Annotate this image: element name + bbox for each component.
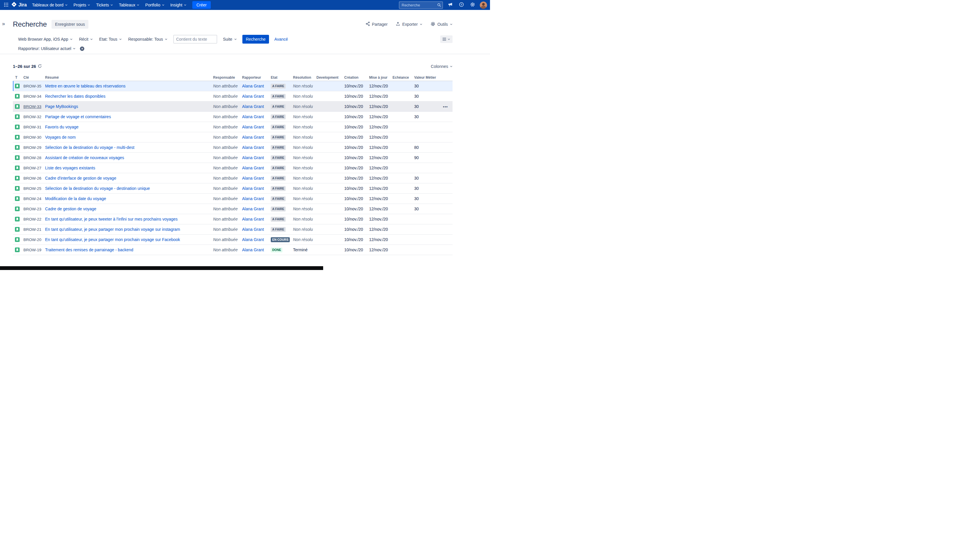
issue-row[interactable]: BROW-29 Sélection de la destination du v… bbox=[13, 143, 453, 153]
share-button[interactable]: Partager bbox=[366, 22, 388, 27]
feedback-button[interactable] bbox=[446, 1, 454, 9]
app-switcher-button[interactable] bbox=[2, 1, 10, 9]
create-button[interactable]: Créer bbox=[192, 1, 211, 9]
reporter-link[interactable]: Alana Grant bbox=[242, 135, 264, 140]
nav-item-projects[interactable]: Projets bbox=[70, 1, 93, 9]
reporter-link[interactable]: Alana Grant bbox=[242, 196, 264, 201]
issue-key-link[interactable]: BROW-31 bbox=[24, 125, 41, 129]
issue-summary-link[interactable]: En tant qu'utilisateur, je peux partager… bbox=[45, 227, 180, 232]
export-button[interactable]: Exporter bbox=[396, 22, 422, 27]
issue-row[interactable]: BROW-19 Traitement des remises de parrai… bbox=[13, 245, 453, 255]
assignee-filter-dropdown[interactable]: Responsable: Tous bbox=[126, 36, 169, 43]
help-button[interactable]: ? bbox=[458, 1, 465, 9]
reporter-link[interactable]: Alana Grant bbox=[242, 114, 264, 119]
tools-button[interactable]: Outils bbox=[431, 22, 453, 27]
reporter-link[interactable]: Alana Grant bbox=[242, 217, 264, 221]
issue-key-link[interactable]: BROW-32 bbox=[24, 115, 41, 119]
column-header-r-solution[interactable]: Résolution bbox=[293, 75, 317, 79]
issue-summary-link[interactable]: Liste des voyages existants bbox=[45, 165, 95, 170]
advanced-search-link[interactable]: Avancé bbox=[272, 37, 290, 41]
issue-key-link[interactable]: BROW-27 bbox=[24, 166, 41, 170]
issue-key-link[interactable]: BROW-19 bbox=[24, 248, 41, 252]
reporter-filter-dropdown[interactable]: Rapporteur: Utilisateur actuel bbox=[16, 45, 78, 52]
sidebar-expand-button[interactable]: » bbox=[2, 21, 5, 26]
jira-logo[interactable]: Jira bbox=[10, 2, 29, 8]
reporter-link[interactable]: Alana Grant bbox=[242, 84, 264, 88]
issue-summary-link[interactable]: Favoris du voyage bbox=[45, 125, 78, 129]
issue-key-link[interactable]: BROW-26 bbox=[24, 176, 41, 181]
issue-row[interactable]: BROW-26 Cadre d'interface de gestion de … bbox=[13, 173, 453, 183]
issue-summary-link[interactable]: En tant qu'utilisateur, je peux partager… bbox=[45, 237, 180, 242]
issue-row[interactable]: BROW-30 Voyages de nom Non attribuée Ala… bbox=[13, 132, 453, 143]
issue-summary-link[interactable]: Rechercher les dates disponibles bbox=[45, 94, 105, 98]
reporter-link[interactable]: Alana Grant bbox=[242, 104, 264, 109]
issue-row[interactable]: BROW-27 Liste des voyages existants Non … bbox=[13, 163, 453, 173]
issue-row[interactable]: BROW-25 Sélection de la destination du v… bbox=[13, 183, 453, 194]
issue-type-filter-dropdown[interactable]: Récit bbox=[77, 36, 95, 43]
issue-row[interactable]: BROW-28 Assistant de création de nouveau… bbox=[13, 153, 453, 163]
reporter-link[interactable]: Alana Grant bbox=[242, 165, 264, 170]
issue-key-link[interactable]: BROW-30 bbox=[24, 135, 41, 140]
issue-summary-link[interactable]: Page MyBookings bbox=[45, 104, 78, 109]
nav-item-insight[interactable]: Insight bbox=[167, 1, 189, 9]
issue-summary-link[interactable]: Traitement des remises de parrainage - b… bbox=[45, 248, 133, 252]
issue-summary-link[interactable]: Cadre d'interface de gestion de voyage bbox=[45, 176, 116, 181]
issue-summary-link[interactable]: Cadre de gestion de voyage bbox=[45, 206, 96, 211]
nav-item-portfolio[interactable]: Portfolio bbox=[142, 1, 167, 9]
issue-summary-link[interactable]: Sélection de la destination du voyage - … bbox=[45, 186, 150, 191]
issue-summary-link[interactable]: En tant qu'utilisateur, je peux tweeter … bbox=[45, 217, 178, 221]
issue-row[interactable]: BROW-35 Mettre en œuvre le tableau des r… bbox=[13, 81, 453, 91]
column-header-t[interactable]: T bbox=[13, 75, 24, 79]
user-avatar[interactable] bbox=[480, 2, 487, 9]
issue-key-link[interactable]: BROW-33 bbox=[24, 105, 41, 109]
issue-summary-link[interactable]: Partage de voyage et commentaires bbox=[45, 114, 111, 119]
navbar-search-input[interactable] bbox=[399, 2, 443, 9]
issue-row[interactable]: BROW-20 En tant qu'utilisateur, je peux … bbox=[13, 235, 453, 245]
settings-button[interactable] bbox=[469, 1, 476, 9]
refresh-button[interactable] bbox=[38, 64, 42, 69]
reporter-link[interactable]: Alana Grant bbox=[242, 125, 264, 129]
reporter-link[interactable]: Alana Grant bbox=[242, 94, 264, 98]
issue-row[interactable]: BROW-31 Favoris du voyage Non attribuée … bbox=[13, 122, 453, 132]
reporter-link[interactable]: Alana Grant bbox=[242, 248, 264, 252]
issue-row[interactable]: BROW-32 Partage de voyage et commentaire… bbox=[13, 112, 453, 122]
issue-row[interactable]: BROW-33 Page MyBookings Non attribuée Al… bbox=[13, 102, 453, 112]
columns-button[interactable]: Colonnes bbox=[431, 64, 453, 69]
reporter-link[interactable]: Alana Grant bbox=[242, 176, 264, 181]
view-toggle-button[interactable] bbox=[440, 35, 453, 43]
column-header-development[interactable]: Development bbox=[317, 75, 344, 79]
reporter-link[interactable]: Alana Grant bbox=[242, 155, 264, 160]
column-header-ech-ance[interactable]: Echéance bbox=[393, 75, 414, 79]
reporter-link[interactable]: Alana Grant bbox=[242, 206, 264, 211]
column-header-mise-jour[interactable]: Mise à jour bbox=[369, 75, 393, 79]
issue-key-link[interactable]: BROW-29 bbox=[24, 145, 41, 150]
issue-key-link[interactable]: BROW-25 bbox=[24, 186, 41, 191]
issue-row[interactable]: BROW-24 Modification de la date du voyag… bbox=[13, 194, 453, 204]
issue-row[interactable]: BROW-22 En tant qu'utilisateur, je peux … bbox=[13, 214, 453, 224]
issue-key-link[interactable]: BROW-22 bbox=[24, 217, 41, 221]
column-header-cl-[interactable]: Clé bbox=[24, 75, 45, 79]
issue-row[interactable]: BROW-34 Rechercher les dates disponibles… bbox=[13, 91, 453, 102]
status-filter-dropdown[interactable]: Etat: Tous bbox=[97, 36, 124, 43]
nav-item-issues[interactable]: Tickets bbox=[93, 1, 116, 9]
issue-summary-link[interactable]: Voyages de nom bbox=[45, 135, 76, 140]
issue-key-link[interactable]: BROW-34 bbox=[24, 94, 41, 98]
project-filter-dropdown[interactable]: Web Browser App, iOS App bbox=[16, 36, 75, 43]
save-as-button[interactable]: Enregistrer sous bbox=[51, 20, 88, 29]
remove-reporter-filter-button[interactable]: × bbox=[80, 46, 84, 51]
reporter-link[interactable]: Alana Grant bbox=[242, 237, 264, 242]
reporter-link[interactable]: Alana Grant bbox=[242, 145, 264, 150]
column-header-etat[interactable]: Etat bbox=[271, 75, 293, 79]
search-submit-button[interactable]: Recherche bbox=[242, 35, 269, 44]
column-header-rapporteur[interactable]: Rapporteur bbox=[242, 75, 271, 79]
issue-key-link[interactable]: BROW-28 bbox=[24, 156, 41, 160]
nav-item-dashboards[interactable]: Tableaux de bord bbox=[29, 1, 70, 9]
nav-item-boards[interactable]: Tableaux bbox=[116, 1, 142, 9]
row-actions-menu-button[interactable]: ••• bbox=[442, 104, 449, 110]
issue-key-link[interactable]: BROW-20 bbox=[24, 238, 41, 242]
issue-key-link[interactable]: BROW-35 bbox=[24, 84, 41, 88]
reporter-link[interactable]: Alana Grant bbox=[242, 186, 264, 191]
issue-row[interactable]: BROW-21 En tant qu'utilisateur, je peux … bbox=[13, 224, 453, 235]
column-header-r-sum-[interactable]: Résumé bbox=[45, 75, 213, 79]
reporter-link[interactable]: Alana Grant bbox=[242, 227, 264, 232]
